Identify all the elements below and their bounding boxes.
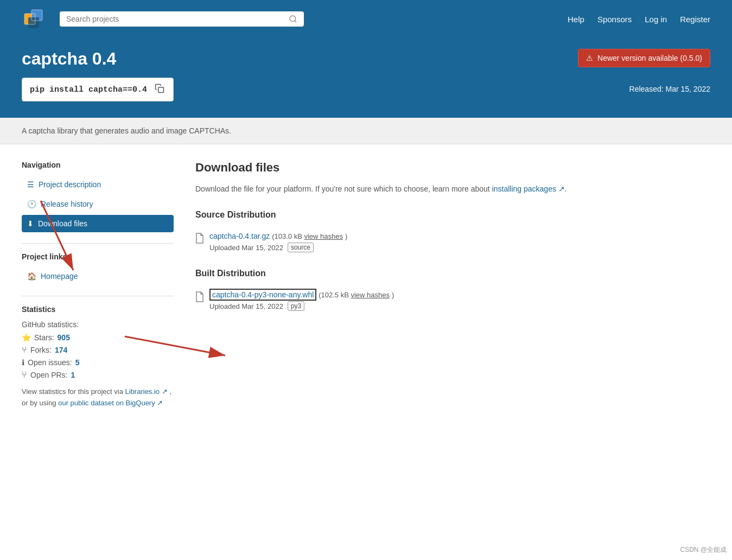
sidebar: Navigation ☰ Project description 🕐 Relea… (22, 161, 174, 409)
sidebar-item-label: Download files (38, 219, 87, 228)
file-icon-built (195, 291, 204, 305)
source-file-link[interactable]: captcha-0.4.tar.gz (209, 232, 270, 240)
built-file-line: captcha-0.4-py3-none-any.whl (102.5 kB v… (209, 290, 394, 299)
svg-line-6 (295, 21, 296, 22)
statistics-title: Statistics (22, 305, 174, 314)
forks-label: Forks: (30, 346, 52, 354)
installing-packages-link[interactable]: installing packages ↗ (492, 184, 565, 193)
logo[interactable] (22, 5, 49, 33)
source-file-entry: captcha-0.4.tar.gz (103.0 kB view hashes… (195, 232, 710, 252)
copy-icon (155, 84, 164, 93)
search-input[interactable] (66, 15, 284, 23)
released-date: Released: Mar 15, 2022 (629, 85, 710, 93)
built-file-link[interactable]: captcha-0.4-py3-none-any.whl (209, 289, 316, 301)
document-icon (195, 233, 204, 244)
main-content: Navigation ☰ Project description 🕐 Relea… (0, 144, 732, 425)
source-distribution-title: Source Distribution (195, 210, 710, 223)
stat-open-issues: ℹ Open issues: 5 (22, 358, 174, 367)
source-file-line: captcha-0.4.tar.gz (103.0 kB view hashes… (209, 232, 347, 240)
footer-text-1: View statistics for this project via (22, 387, 123, 396)
navigation-title: Navigation (22, 161, 174, 169)
built-view-hashes-link[interactable]: view hashes (351, 291, 390, 299)
pip-command: pip install captcha==0.4 (30, 85, 147, 94)
package-description: A captcha library that generates audio a… (22, 126, 231, 135)
file-icon (195, 233, 204, 246)
open-issues-label: Open issues: (28, 358, 72, 367)
download-files-title: Download files (195, 161, 710, 175)
login-link[interactable]: Log in (645, 15, 667, 24)
source-badge: source (288, 243, 314, 252)
search-bar[interactable] (60, 11, 304, 27)
svg-point-5 (290, 16, 296, 22)
sidebar-item-homepage[interactable]: 🏠 Homepage (22, 268, 174, 285)
sidebar-item-project-description[interactable]: ☰ Project description (22, 176, 174, 193)
warning-icon: ⚠ (586, 54, 593, 62)
project-links-title: Project links (22, 252, 174, 261)
site-header: Help Sponsors Log in Register (0, 0, 732, 38)
source-view-hashes-link[interactable]: view hashes (304, 232, 343, 240)
newer-version-label: Newer version available (0.5.0) (597, 54, 702, 62)
source-close-paren: ) (345, 232, 347, 240)
sidebar-item-release-history[interactable]: 🕐 Release history (22, 195, 174, 213)
source-upload-info: Uploaded Mar 15, 2022 source (209, 243, 347, 252)
content-description: Download the file for your platform. If … (195, 183, 710, 195)
built-badge: py3 (288, 301, 304, 311)
source-file-details: captcha-0.4.tar.gz (103.0 kB view hashes… (209, 232, 347, 252)
sidebar-divider-1 (22, 243, 174, 244)
stars-value[interactable]: 905 (58, 333, 70, 342)
built-file-size: (102.5 kB (319, 291, 351, 299)
register-link[interactable]: Register (680, 15, 710, 24)
document-icon-built (195, 291, 204, 302)
logo-icon (22, 5, 49, 33)
hero-right: ⚠ Newer version available (0.5.0) Releas… (578, 49, 710, 93)
pr-icon: ⑂ (22, 370, 27, 380)
list-icon: ☰ (27, 180, 34, 189)
built-file-entry: captcha-0.4-py3-none-any.whl (102.5 kB v… (195, 290, 710, 311)
source-distribution-section: Source Distribution captcha-0.4.tar.gz (… (195, 210, 710, 252)
stat-open-prs: ⑂ Open PRs: 1 (22, 370, 174, 380)
help-link[interactable]: Help (568, 15, 584, 24)
sponsors-link[interactable]: Sponsors (597, 15, 632, 24)
footer-stats-text: View statistics for this project via Lib… (22, 386, 174, 409)
source-upload-date: Uploaded Mar 15, 2022 (209, 244, 283, 252)
built-distribution-title: Built Distribution (195, 269, 710, 282)
sidebar-item-download-files[interactable]: ⬇ Download files (22, 215, 174, 232)
pip-install-box: pip install captcha==0.4 (22, 78, 174, 101)
download-icon: ⬇ (27, 219, 34, 228)
project-content: Download files Download the file for you… (195, 161, 710, 409)
built-upload-info: Uploaded Mar 15, 2022 py3 (209, 301, 394, 311)
source-file-size: (103.0 kB (272, 232, 304, 240)
forks-value[interactable]: 174 (55, 346, 67, 354)
hero-section: captcha 0.4 pip install captcha==0.4 ⚠ N… (0, 38, 732, 118)
open-issues-value[interactable]: 5 (75, 358, 80, 367)
built-distribution-section: Built Distribution captcha-0.4-py3-none-… (195, 269, 710, 311)
description-bar: A captcha library that generates audio a… (0, 118, 732, 144)
home-icon: 🏠 (27, 272, 36, 281)
history-icon: 🕐 (27, 200, 36, 208)
github-stats-label: GitHub statistics: (22, 320, 174, 329)
info-icon: ℹ (22, 358, 24, 367)
open-prs-value[interactable]: 1 (71, 371, 75, 379)
stars-label: Stars: (34, 333, 54, 342)
fork-icon: ⑂ (22, 345, 27, 355)
libraries-link[interactable]: Libraries.io ↗ (125, 387, 168, 396)
search-icon (289, 15, 297, 23)
project-links-nav: 🏠 Homepage (22, 268, 174, 285)
built-close-paren: ) (392, 291, 394, 299)
header-nav: Help Sponsors Log in Register (568, 15, 710, 24)
built-upload-date: Uploaded Mar 15, 2022 (209, 302, 283, 310)
sidebar-divider-2 (22, 296, 174, 296)
bigquery-link[interactable]: our public dataset on BigQuery ↗ (58, 399, 163, 407)
sidebar-item-label: Release history (41, 200, 93, 208)
sidebar-item-label: Project description (39, 180, 101, 189)
stat-forks: ⑂ Forks: 174 (22, 345, 174, 355)
hero-left: captcha 0.4 pip install captcha==0.4 (22, 49, 174, 101)
svg-rect-7 (158, 87, 164, 93)
copy-button[interactable] (154, 82, 166, 97)
newer-version-button[interactable]: ⚠ Newer version available (0.5.0) (578, 49, 710, 67)
homepage-label: Homepage (41, 272, 78, 281)
open-prs-label: Open PRs: (30, 371, 67, 379)
package-title: captcha 0.4 (22, 49, 174, 69)
star-icon: ⭐ (22, 333, 31, 342)
content-desc-text: Download the file for your platform. If … (195, 184, 490, 193)
